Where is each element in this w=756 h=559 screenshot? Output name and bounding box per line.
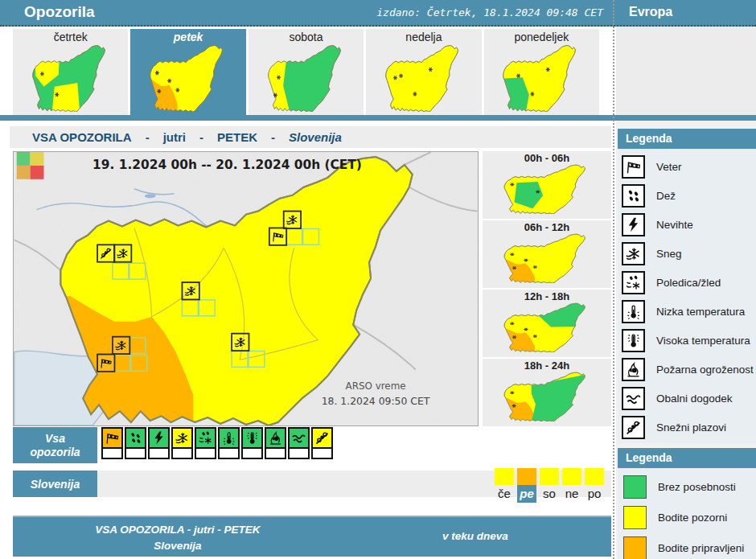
fire-icon [622,358,645,381]
tab-day-label: petek [174,30,203,44]
slovenia-minimap [494,164,600,214]
tab-day-četrtek[interactable]: četrtek [13,29,128,117]
slovenia-minimap [494,44,589,112]
coastal-icon[interactable] [288,427,310,449]
avalanche-warning-marker[interactable] [97,245,114,261]
column-divider [613,0,614,559]
tab-day-label: sobota [289,30,323,44]
footer-selection-summary: VSA OPOZORILA - jutri - PETEK Slovenija [61,522,294,554]
avalanche-icon[interactable] [311,427,333,449]
issued-timestamp: izdano: Četrtek, 18.1.2024 09:48 CET [376,6,603,18]
europe-panel [616,27,756,115]
subtitle-segment: Slovenija [289,130,342,144]
legend-item-wind: Veter [618,152,756,181]
rain-icon [622,184,645,208]
filter-rain[interactable] [125,427,146,459]
footer-period-label: v teku dneva [391,530,560,542]
snow-warning-marker[interactable] [113,337,129,354]
time-period-map-06h-12h[interactable]: 06h - 12h [483,220,611,290]
legend-item-label: Obalni dogodek [656,393,733,405]
subtitle-segment: PETEK [217,130,257,144]
day-picker: če pe so ne po [495,468,604,503]
day-level-square [585,468,604,485]
time-period-map-00h-06h[interactable]: 00h - 06h [483,151,611,220]
time-period-map-18h-24h[interactable]: 18h - 24h [483,359,611,426]
day-picker-label: po [585,485,604,503]
legend-item-label: Sneg [656,248,682,260]
filter-counter-box [101,449,123,459]
day-picker-pe[interactable]: pe [517,468,536,503]
legend-item-avalanche: Snežni plazovi [618,413,756,442]
filter-coastal[interactable] [288,427,310,459]
snow-warning-marker[interactable] [182,282,199,299]
wind-icon [622,155,645,179]
tab-evropa[interactable]: Evropa [629,5,672,19]
wind-warning-marker[interactable] [97,355,114,372]
legend-icons-panel: Legenda Veter Dež Nevihte Sneg Poledica/… [618,129,756,443]
main-warning-map[interactable]: 19. 1.2024 00h -- 20. 1.2024 00h (CET)AR… [14,152,478,425]
day-picker-ne[interactable]: ne [562,468,581,503]
day-level-square [517,468,536,485]
tab-day-petek[interactable]: petek [130,29,245,117]
slovenia-minimap [494,302,600,352]
filter-counter-box [125,449,146,459]
day-picker-če[interactable]: če [495,468,514,503]
day-picker-so[interactable]: so [540,468,559,503]
slovenia-minimap [259,44,354,112]
day-picker-label: pe [517,485,536,503]
tab-day-label: ponedeljek [514,30,569,44]
level-color-swatch [623,536,647,559]
legend-color-item: Bodite pripravljeni [618,532,756,559]
divider-strip [0,115,756,121]
avalanche-icon [622,416,645,439]
filter-storm[interactable] [148,427,170,459]
snow-warning-marker[interactable] [284,212,301,228]
time-period-label: 00h - 06h [524,152,569,164]
wind-icon[interactable] [101,427,123,449]
tab-day-nedelja[interactable]: nedelja [366,29,481,117]
fire-icon[interactable] [265,427,286,449]
slovenia-minimap [376,44,471,112]
ice-icon[interactable] [195,427,216,449]
time-period-map-12h-18h[interactable]: 12h - 18h [483,290,611,359]
time-period-label: 12h - 18h [524,290,569,302]
filter-fire[interactable] [265,427,286,459]
filter-high-temp[interactable] [241,427,263,459]
legend-item-snow: Sneg [618,239,756,268]
day-picker-po[interactable]: po [585,468,604,503]
legend-item-label: Požarna ogroženost [656,364,754,376]
subtitle-segment: - [146,130,150,144]
legend-item-low-temp: Nizka temperatura [618,297,756,326]
legend-item-label: Snežni plazovi [656,421,726,434]
filter-snow[interactable] [171,427,193,459]
snow-icon[interactable] [171,427,193,449]
tab-day-sobota[interactable]: sobota [249,29,364,117]
legend-item-label: Nizka temperatura [656,306,745,318]
all-warnings-button[interactable]: Vsa opozorila [13,427,97,463]
tab-day-ponedeljek[interactable]: ponedeljek [484,29,599,117]
legend-item-rain: Dež [618,181,756,210]
snow-warning-marker[interactable] [114,245,131,261]
region-slovenija-button[interactable]: Slovenija [13,471,97,497]
filter-counter-box [171,449,193,459]
map-credit-timestamp: 18. 1.2024 09:50 CET [322,395,430,407]
wind-warning-marker[interactable] [269,228,286,245]
storm-icon [622,213,645,236]
filter-avalanche[interactable] [311,427,333,459]
tab-day-label: četrtek [54,30,88,44]
legend-item-label: Veter [656,161,682,173]
main-warning-map-panel[interactable]: 19. 1.2024 00h -- 20. 1.2024 00h (CET)AR… [13,151,479,426]
rain-icon[interactable] [125,427,146,449]
low-temp-icon[interactable] [218,427,240,449]
snow-warning-marker[interactable] [232,334,249,351]
legend-item-label: Visoka temperatura [656,335,750,347]
page-title: Opozorila [24,3,95,21]
tab-day-label: nedelja [405,30,442,44]
filter-low-temp[interactable] [218,427,240,459]
filter-wind[interactable] [101,427,123,459]
high-temp-icon[interactable] [241,427,263,449]
filter-counter-box [195,449,216,459]
filter-ice[interactable] [195,427,216,459]
storm-icon[interactable] [148,427,170,449]
level-color-swatch [623,506,647,529]
